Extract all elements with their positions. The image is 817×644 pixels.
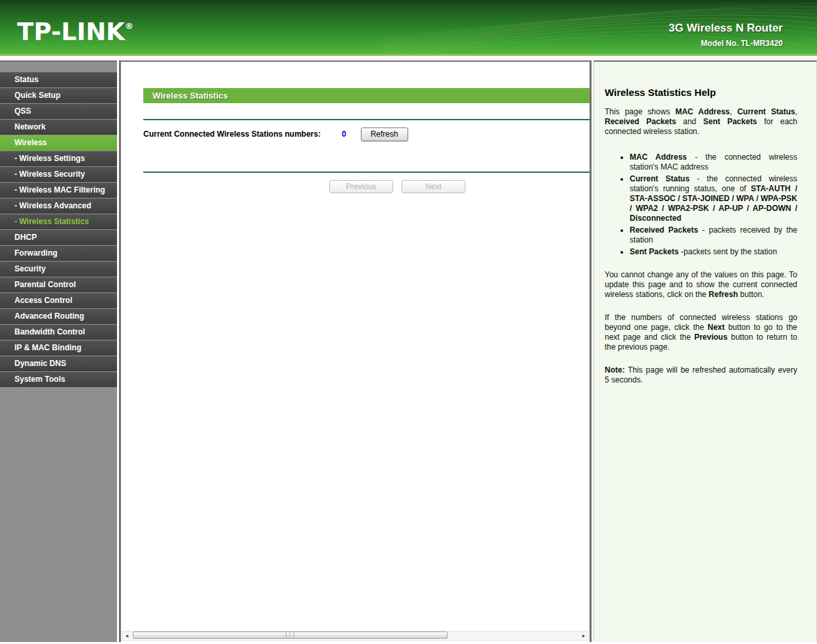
registered-trademark-icon: ® xyxy=(125,21,133,31)
sidebar-item-dhcp[interactable]: DHCP xyxy=(0,230,117,245)
sidebar-item-wireless-statistics[interactable]: - Wireless Statistics xyxy=(0,214,117,229)
scrollbar-grip-icon: ||| xyxy=(133,632,447,639)
refresh-button[interactable]: Refresh xyxy=(361,127,408,141)
sidebar-item-access-control[interactable]: Access Control xyxy=(0,293,117,308)
header: TP-LINK® 3G Wireless N Router Model No. … xyxy=(0,0,817,56)
model-number: Model No. TL-MR3420 xyxy=(668,39,783,48)
help-bullet-current-status: Current Status - the connected wireless … xyxy=(630,174,797,223)
router-admin-page: TP-LINK® 3G Wireless N Router Model No. … xyxy=(0,0,817,644)
pagination-row: Previous Next xyxy=(121,180,590,193)
sidebar-item-qss[interactable]: QSS xyxy=(0,104,117,119)
help-paragraph-pagination: If the numbers of connected wireless sta… xyxy=(605,313,797,352)
sidebar-item-wireless-advanced[interactable]: - Wireless Advanced xyxy=(0,198,117,214)
help-title: Wireless Statistics Help xyxy=(605,87,797,98)
page-title: Wireless Statistics xyxy=(143,88,590,103)
sidebar-item-forwarding[interactable]: Forwarding xyxy=(0,246,117,261)
product-info: 3G Wireless N Router Model No. TL-MR3420 xyxy=(668,22,783,48)
sidebar-item-security[interactable]: Security xyxy=(0,262,117,277)
sidebar-item-wireless-mac-filtering[interactable]: - Wireless MAC Filtering xyxy=(0,183,117,198)
stations-count-value: 0 xyxy=(342,129,346,139)
tplink-logo: TP-LINK® xyxy=(17,16,133,45)
divider xyxy=(143,172,590,173)
previous-button[interactable]: Previous xyxy=(329,180,393,193)
sidebar-item-wireless-settings[interactable]: - Wireless Settings xyxy=(0,151,117,166)
next-button[interactable]: Next xyxy=(402,180,465,193)
help-panel: Wireless Statistics Help This page shows… xyxy=(594,60,817,642)
product-name: 3G Wireless N Router xyxy=(668,22,783,35)
sidebar-item-wireless-security[interactable]: - Wireless Security xyxy=(0,167,117,182)
sidebar-item-status[interactable]: Status xyxy=(0,72,117,87)
sidebar-item-wireless[interactable]: Wireless xyxy=(0,135,117,150)
help-bullet-list: MAC Address - the connected wireless sta… xyxy=(605,152,797,257)
sidebar-item-system-tools[interactable]: System Tools xyxy=(0,372,117,387)
sidebar-item-parental-control[interactable]: Parental Control xyxy=(0,277,117,292)
sidebar-item-network[interactable]: Network xyxy=(0,120,117,135)
divider xyxy=(143,119,590,120)
sidebar-item-bandwidth-control[interactable]: Bandwidth Control xyxy=(0,325,117,340)
sidebar-nav: Status Quick Setup QSS Network Wireless … xyxy=(0,60,117,642)
horizontal-scrollbar[interactable]: ◄ ||| ► xyxy=(122,631,589,641)
sidebar-item-ip-mac-binding[interactable]: IP & MAC Binding xyxy=(0,340,117,356)
header-separator xyxy=(0,56,817,60)
scroll-left-arrow-icon[interactable]: ◄ xyxy=(122,632,131,640)
help-note: Note: This page will be refreshed automa… xyxy=(605,365,797,385)
scrollbar-thumb[interactable]: ||| xyxy=(133,632,448,639)
stations-row: Current Connected Wireless Stations numb… xyxy=(143,127,590,141)
help-intro: This page shows MAC Address, Current Sta… xyxy=(605,107,797,137)
sidebar-item-advanced-routing[interactable]: Advanced Routing xyxy=(0,309,117,324)
help-paragraph-refresh: You cannot change any of the values on t… xyxy=(605,270,797,300)
help-bullet-received-packets: Received Packets - packets received by t… xyxy=(630,225,797,245)
sidebar-item-quick-setup[interactable]: Quick Setup xyxy=(0,88,117,103)
sidebar-item-dynamic-dns[interactable]: Dynamic DNS xyxy=(0,356,117,371)
help-bullet-mac-address: MAC Address - the connected wireless sta… xyxy=(630,152,797,172)
scroll-right-arrow-icon[interactable]: ► xyxy=(579,632,588,640)
help-bullet-sent-packets: Sent Packets -packets sent by the statio… xyxy=(630,247,797,257)
main-content: Wireless Statistics Current Connected Wi… xyxy=(119,60,592,642)
stations-count-label: Current Connected Wireless Stations numb… xyxy=(143,129,321,139)
